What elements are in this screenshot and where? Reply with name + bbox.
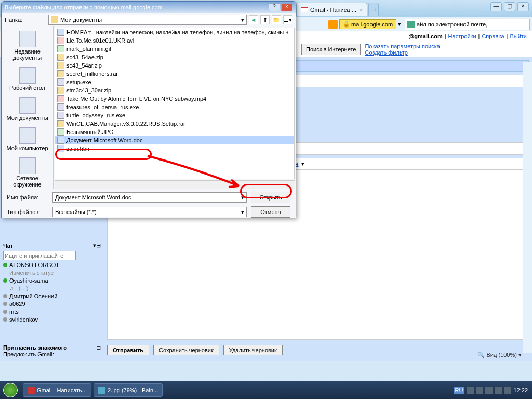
file-row[interactable]: Документ Microsoft Word.doc — [55, 136, 294, 144]
chat-contact[interactable]: ALONSO FORGOT — [3, 262, 101, 268]
tray-icon[interactable] — [485, 387, 493, 394]
file-row[interactable]: turtle_odyssey_rus.exe — [55, 111, 294, 119]
file-icon — [57, 70, 64, 77]
taskbar-item-paint[interactable]: 2.jpg (79%) - Pain... — [94, 383, 163, 397]
place-item[interactable]: Недавние документы — [4, 29, 51, 63]
chat-contact[interactable]: sviridenkov — [3, 316, 101, 323]
rss-icon[interactable] — [328, 20, 338, 29]
chat-contact[interactable]: mts — [3, 309, 101, 315]
status-dot — [3, 302, 7, 306]
place-item[interactable]: Сетевое окружение — [4, 155, 51, 190]
up-folder-icon[interactable]: ⬆ — [260, 15, 270, 24]
delete-draft-button[interactable]: Удалить черновик — [223, 345, 283, 355]
filename-label: Имя файла: — [7, 194, 48, 201]
file-icon — [57, 95, 64, 102]
file-name: Безымянный.JPG — [66, 129, 113, 135]
annotation-arrow — [145, 154, 249, 195]
file-row[interactable]: secret_millioners.rar — [55, 70, 294, 78]
folder-combo[interactable]: Мои документы ▾ — [48, 15, 247, 25]
create-filter-link[interactable]: Создать фильтр — [365, 49, 440, 56]
place-label: Рабочий стол — [6, 85, 49, 91]
contact-name: ALONSO FORGOT — [9, 262, 59, 268]
tray-icon[interactable] — [504, 387, 511, 394]
minimize-button[interactable]: — — [490, 2, 502, 11]
tab-close-icon[interactable]: × — [360, 7, 363, 13]
chat-search-input[interactable] — [3, 251, 76, 260]
chat-contact[interactable]: Oyashiro-sama — [3, 277, 101, 284]
file-row[interactable]: setup.exe — [55, 78, 294, 86]
settings-link[interactable]: Настройки — [448, 33, 476, 39]
contact-status: Изменить статус — [9, 270, 101, 276]
clock[interactable]: 12:22 — [513, 387, 528, 393]
status-dot — [3, 278, 7, 283]
view-menu-icon[interactable]: ☰▾ — [283, 15, 292, 24]
nav-back-icon[interactable]: ◄ — [249, 15, 258, 24]
file-name: mark_planmini.gif — [66, 46, 111, 52]
contact-name: Oyashiro-sama — [9, 277, 48, 284]
file-icon — [57, 103, 64, 111]
tray-icon[interactable] — [495, 387, 502, 394]
dialog-close-button[interactable]: × — [281, 3, 292, 11]
search-web-button[interactable]: Поиск в Интернете — [301, 44, 361, 55]
start-button[interactable] — [0, 381, 21, 399]
contact-name: a0629 — [9, 301, 25, 307]
close-button[interactable]: × — [517, 2, 529, 11]
place-item[interactable]: Рабочий стол — [4, 65, 51, 93]
send-button[interactable]: Отправить — [107, 345, 149, 355]
place-label: Мои документы — [6, 115, 49, 121]
new-folder-icon[interactable]: 📁 — [272, 15, 281, 24]
tray-icon[interactable] — [476, 387, 483, 394]
folder-icon — [51, 16, 58, 23]
scrollbar-right[interactable] — [523, 62, 532, 353]
file-row[interactable]: Безымянный.JPG — [55, 128, 294, 136]
dialog-titlebar[interactable]: Выберите файлы для отправки с помощью ma… — [2, 2, 296, 13]
file-row[interactable]: WinCE.CAB.Manager.v3.0.0.22.RUS.Setup.ra… — [55, 119, 294, 128]
dropdown-icon[interactable]: ▾ — [398, 21, 401, 28]
file-row[interactable]: stm3c43_30ar.zip — [55, 86, 294, 95]
dialog-toolbar: Папка: Мои документы ▾ ◄ ⬆ 📁 ☰▾ — [2, 13, 296, 26]
dialog-help-button[interactable]: ? — [269, 3, 280, 11]
account-email: @gmail.com — [409, 33, 443, 39]
file-row[interactable]: mark_planmini.gif — [55, 45, 294, 53]
browser-search-input[interactable]: айл по электронной почте, — [405, 19, 530, 30]
filetype-combo[interactable]: Все файлы (*.*)▾ — [52, 207, 247, 217]
invite-label: Пригласить знакомого — [3, 344, 67, 351]
file-row[interactable]: Take Me Out by Atomic Tom LIVE on NYC su… — [55, 95, 294, 103]
tray-icon[interactable] — [467, 387, 474, 394]
security-badge[interactable]: 🔒 mail.google.com — [339, 19, 396, 29]
chat-contact[interactable]: Дмитрий Осенний — [3, 293, 101, 299]
chat-collapse-icon[interactable]: ⊟ — [96, 242, 101, 248]
place-item[interactable]: Мои документы — [4, 95, 51, 123]
browser-tab-gmail[interactable]: Gmail - Написат... × — [296, 3, 367, 16]
taskbar-item-gmail[interactable]: Gmail - Написать... — [23, 383, 91, 397]
file-icon — [57, 87, 64, 94]
cancel-button[interactable]: Отмена — [251, 206, 290, 218]
place-item[interactable]: Мой компьютер — [4, 125, 51, 153]
file-icon — [57, 45, 64, 52]
zoom-indicator[interactable]: 🔍 Вид (100%) ▾ — [477, 352, 522, 358]
maximize-button[interactable]: ▢ — [504, 2, 515, 11]
file-name: Lie.To.Me.s01e01.UKR.avi — [66, 37, 134, 44]
contact-status: ♫ - (…) — [9, 285, 101, 291]
file-row[interactable]: sc43_54ar.zip — [55, 61, 294, 70]
file-name: secret_millioners.rar — [66, 71, 118, 77]
status-dot — [3, 263, 7, 267]
invite-collapse-icon[interactable]: ⊟ — [96, 344, 101, 351]
new-tab-button[interactable]: + — [368, 3, 379, 16]
chat-title: Чат — [3, 243, 13, 249]
file-row[interactable]: Lie.To.Me.s01e01.UKR.avi — [55, 36, 294, 45]
logout-link[interactable]: Выйти — [510, 33, 527, 39]
save-draft-button[interactable]: Сохранить черновик — [153, 345, 219, 355]
file-row[interactable]: sc43_54ae.zip — [55, 53, 294, 61]
chat-contact[interactable]: a0629 — [3, 301, 101, 307]
help-link[interactable]: Справка — [482, 33, 504, 39]
language-indicator[interactable]: RU — [454, 387, 465, 394]
status-dot — [3, 317, 7, 322]
folder-dropdown-icon[interactable]: ▾ — [241, 17, 244, 23]
spellcheck-dropdown-icon[interactable]: ▾ — [301, 161, 304, 167]
file-row[interactable]: HOMEArt - наклейки на телефон, наклейка … — [55, 28, 294, 36]
status-dot — [3, 294, 7, 298]
show-search-params-link[interactable]: Показать параметры поиска — [365, 43, 440, 49]
file-row[interactable]: treasures_of_persia_rus.exe — [55, 103, 294, 111]
file-name: setup.exe — [66, 79, 91, 85]
